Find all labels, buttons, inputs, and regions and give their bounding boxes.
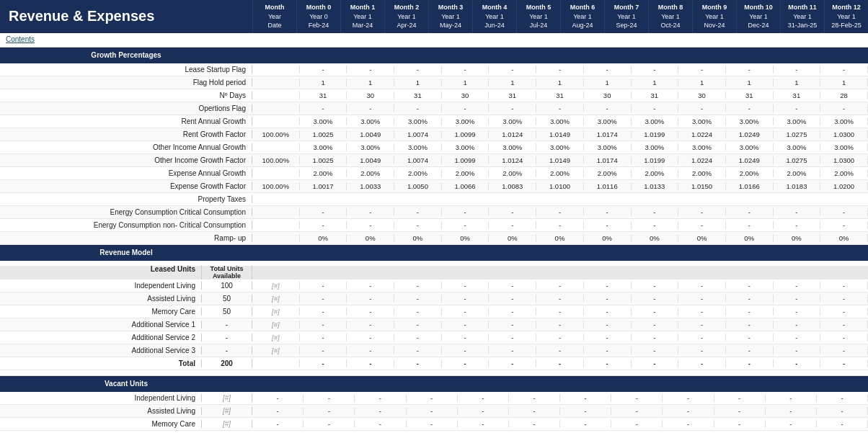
growth-cell-9-12: 1.0200 bbox=[820, 182, 868, 190]
growth-cell-11-3: - bbox=[394, 208, 442, 216]
leased-cell-0-2: - bbox=[347, 282, 394, 290]
vacant-cell-2-0: - bbox=[252, 420, 304, 428]
growth-cell-13-1: 0% bbox=[300, 234, 347, 242]
leased-row-main-label-0: Independent Living bbox=[0, 282, 201, 290]
month-label-7: Month 6 bbox=[570, 3, 595, 12]
vacant-cell-1-2: - bbox=[355, 407, 406, 415]
date-label-1: Feb-24 bbox=[309, 21, 329, 30]
growth-cell-8-3: 2.00% bbox=[394, 169, 442, 177]
growth-row-cells-8: 2.00%2.00%2.00%2.00%2.00%2.00%2.00%2.00%… bbox=[252, 169, 868, 177]
year-label-5: Year 1 bbox=[485, 12, 504, 22]
growth-cell-13-4: 0% bbox=[442, 234, 490, 242]
growth-cell-5-0: 100.00% bbox=[252, 130, 300, 138]
vacant-row-label-two-2: Memory Care[#] bbox=[0, 420, 252, 428]
leased-cell-5-1: - bbox=[300, 347, 347, 354]
growth-cell-0-3: - bbox=[394, 66, 442, 73]
growth-cell-12-7: - bbox=[584, 221, 632, 229]
leased-cell-3-4: - bbox=[442, 321, 490, 328]
growth-cell-5-3: 1.0074 bbox=[394, 130, 442, 138]
leased-cell-5-9: - bbox=[678, 347, 726, 354]
leased-cell-2-8: - bbox=[632, 308, 679, 316]
leased-cell-6-8: - bbox=[632, 359, 679, 367]
growth-row-0: Lease Startup Flag------------ bbox=[0, 63, 868, 76]
leased-cell-0-10: - bbox=[726, 282, 774, 290]
growth-cell-11-10: - bbox=[726, 208, 774, 216]
vacant-cell-1-8: - bbox=[663, 407, 714, 415]
growth-cell-13-8: 0% bbox=[632, 234, 679, 242]
contents-link[interactable]: Contents bbox=[0, 33, 252, 47]
leased-cell-1-1: - bbox=[300, 295, 347, 303]
leased-cell-2-0: [#] bbox=[252, 308, 300, 316]
growth-row-label-2: Nº Days bbox=[0, 91, 252, 99]
growth-row-cells-4: 3.00%3.00%3.00%3.00%3.00%3.00%3.00%3.00%… bbox=[252, 117, 868, 125]
growth-cell-6-12: 3.00% bbox=[820, 143, 868, 151]
growth-row-cells-2: 313031303131303130313128 bbox=[252, 91, 868, 99]
growth-cell-5-2: 1.0049 bbox=[347, 130, 394, 138]
growth-cell-9-1: 1.0017 bbox=[300, 182, 347, 190]
growth-cell-8-7: 2.00% bbox=[584, 169, 632, 177]
leased-row-main-label-2: Memory Care bbox=[0, 308, 201, 316]
spacer-2 bbox=[0, 370, 868, 376]
leased-row-main-label-5: Additional Service 3 bbox=[0, 347, 201, 354]
leased-cell-3-6: - bbox=[536, 321, 584, 328]
growth-cell-6-1: 3.00% bbox=[300, 143, 347, 151]
growth-cell-1-11: 1 bbox=[774, 79, 821, 86]
vacant-cell-2-11: - bbox=[817, 420, 868, 428]
vacant-row-hash-2: [#] bbox=[201, 420, 252, 428]
leased-cell-0-6: - bbox=[536, 282, 584, 290]
vacant-cell-0-4: - bbox=[458, 394, 509, 402]
header-month-cell-9: Month 8 Year 1 Oct-24 bbox=[648, 0, 692, 33]
growth-row-label-9: Expense Growth Factor bbox=[0, 182, 252, 190]
growth-cell-4-1: 3.00% bbox=[300, 117, 347, 125]
leased-cell-6-2: - bbox=[347, 359, 394, 367]
leased-row-units-2: 50 bbox=[201, 308, 252, 316]
header-month-cell-7: Month 6 Year 1 Aug-24 bbox=[560, 0, 604, 33]
leased-cell-0-5: - bbox=[489, 282, 536, 290]
growth-cell-2-10: 31 bbox=[726, 91, 774, 99]
growth-cell-0-5: - bbox=[489, 66, 536, 73]
leased-cell-1-5: - bbox=[489, 295, 536, 303]
year-label-1: Year 0 bbox=[309, 12, 328, 22]
leased-cell-0-3: - bbox=[394, 282, 442, 290]
growth-cell-6-0 bbox=[252, 143, 300, 151]
header-title-cell: Revenue & Expenses bbox=[0, 0, 252, 33]
vacant-cell-0-6: - bbox=[560, 394, 611, 402]
leased-rows: Independent Living100[#]------------Assi… bbox=[0, 280, 868, 370]
growth-cell-4-11: 3.00% bbox=[774, 117, 821, 125]
growth-cell-6-11: 3.00% bbox=[774, 143, 821, 151]
leased-cell-0-9: - bbox=[678, 282, 726, 290]
growth-cell-2-9: 30 bbox=[678, 91, 726, 99]
growth-cell-2-1: 31 bbox=[300, 91, 347, 99]
header-month-cell-4: Month 3 Year 1 May-24 bbox=[428, 0, 472, 33]
leased-row-main-label-1: Assisted Living bbox=[0, 295, 201, 303]
leased-cell-2-4: - bbox=[442, 308, 490, 316]
growth-cell-12-6: - bbox=[536, 221, 584, 229]
growth-cell-12-5: - bbox=[489, 221, 536, 229]
leased-cell-6-12: - bbox=[820, 359, 868, 367]
month-label-9: Month 8 bbox=[658, 3, 683, 12]
contents-row: Contents bbox=[0, 33, 868, 48]
vacant-cell-2-5: - bbox=[509, 420, 560, 428]
growth-cell-9-3: 1.0050 bbox=[394, 182, 442, 190]
growth-cell-13-11: 0% bbox=[774, 234, 821, 242]
leased-cell-4-1: - bbox=[300, 334, 347, 341]
growth-cell-5-4: 1.0099 bbox=[442, 130, 490, 138]
vacant-cell-2-7: - bbox=[611, 420, 663, 428]
header-month-cell-6: Month 5 Year 1 Jul-24 bbox=[516, 0, 560, 33]
leased-cell-3-7: - bbox=[584, 321, 632, 328]
section-vacant-header: Vacant Units bbox=[0, 376, 868, 392]
leased-cell-0-8: - bbox=[632, 282, 679, 290]
growth-rows: Lease Startup Flag------------Flag Hold … bbox=[0, 63, 868, 245]
growth-row-7: Other Income Growth Factor100.00%1.00251… bbox=[0, 154, 868, 167]
growth-row-label-5: Rent Growth Factor bbox=[0, 130, 252, 138]
growth-cell-13-10: 0% bbox=[726, 234, 774, 242]
month-label-8: Month 7 bbox=[614, 3, 639, 12]
leased-cell-5-8: - bbox=[632, 347, 679, 354]
vacant-cell-0-2: - bbox=[355, 394, 406, 402]
leased-units-header-row: Leased Units Total Units Available bbox=[0, 267, 868, 280]
month-label-4: Month 3 bbox=[438, 3, 464, 12]
growth-row-4: Rent Annual Growth3.00%3.00%3.00%3.00%3.… bbox=[0, 115, 868, 128]
growth-cell-5-10: 1.0249 bbox=[726, 130, 774, 138]
year-label-9: Year 1 bbox=[661, 12, 680, 22]
growth-cell-9-11: 1.0183 bbox=[774, 182, 821, 190]
